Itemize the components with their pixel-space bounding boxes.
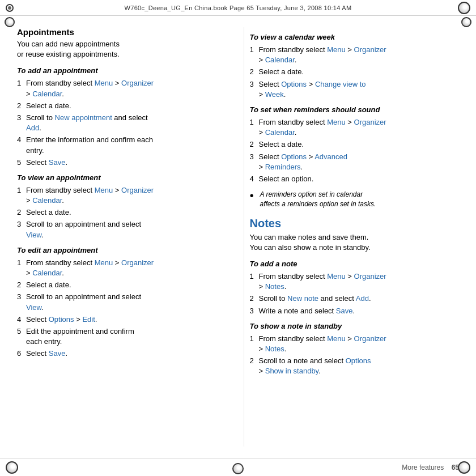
subheading-reminders: To set when reminders should sound — [250, 105, 460, 114]
step-item: 3Select Options > Change view to> Week. — [250, 79, 460, 100]
notes-desc: You can make notes and save them.You can… — [250, 232, 460, 253]
subheading-view-appointment: To view an appointment — [17, 173, 227, 182]
main-content: Appointments You can add new appointment… — [0, 16, 476, 458]
footer-corner-left — [6, 461, 18, 474]
notes-title: Notes — [250, 217, 460, 230]
step-item: 2Scroll to New note and select Add. — [250, 294, 460, 304]
reminder-note: • A reminders option set in calendaraffe… — [250, 190, 460, 209]
left-column: Appointments You can add new appointment… — [17, 27, 232, 447]
steps-add-appointment: 1From standby select Menu > Organizer> C… — [17, 78, 227, 168]
step-item: 5Edit the appointment and confirmeach en… — [17, 326, 227, 347]
link-new-appointment: New appointment — [55, 113, 112, 122]
link-organizer: Organizer — [121, 79, 154, 87]
link-menu: Menu — [95, 79, 113, 87]
step-item: 4Enter the information and confirm eache… — [17, 135, 227, 155]
steps-view-calendar-week: 1From standby select Menu > Organizer> C… — [250, 45, 460, 100]
steps-edit-appointment: 1From standby select Menu > Organizer> C… — [17, 258, 227, 359]
appointments-desc: You can add new appointmentsor reuse exi… — [17, 39, 227, 60]
bullet-icon: • — [250, 190, 260, 201]
step-item: 1From standby select Menu > Organizer> N… — [250, 334, 460, 354]
step-item: 6Select Save. — [17, 348, 227, 359]
step-item: 3Scroll to an appointment and selectView… — [17, 219, 227, 240]
header-bar: W760c_Deena_UG_En China.book Page 65 Tue… — [0, 0, 476, 16]
step-item: 2Scroll to a note and select Options> Sh… — [250, 356, 460, 376]
step-item: 1From standby select Menu > Organizer> C… — [250, 117, 460, 138]
step-item: 3Select Options > Advanced> Reminders. — [250, 152, 460, 172]
step-item: 1From standby select Menu > Organizer> N… — [250, 271, 460, 292]
footer-corner-right — [458, 461, 470, 474]
step-item: 1From standby select Menu > Organizer> C… — [17, 78, 227, 99]
step-item: 3Scroll to an appointment and selectView… — [17, 292, 227, 312]
subheading-view-calendar-week: To view a calendar week — [250, 33, 460, 41]
appointments-title: Appointments — [17, 27, 227, 37]
link-save: Save — [49, 158, 66, 167]
footer-corner-center — [232, 463, 244, 474]
subheading-show-note-standby: To show a note in standby — [250, 322, 460, 330]
step-item: 4Select Options > Edit. — [17, 314, 227, 325]
steps-show-note-standby: 1From standby select Menu > Organizer> N… — [250, 334, 460, 377]
subheading-add-appointment: To add an appointment — [17, 66, 227, 75]
reminder-note-text: A reminders option set in calendaraffect… — [260, 190, 376, 209]
step-item: 5Select Save. — [17, 158, 227, 168]
step-item: 3Write a note and select Save. — [250, 306, 460, 316]
steps-reminders: 1From standby select Menu > Organizer> C… — [250, 117, 460, 184]
step-item: 3Scroll to New appointment and selectAdd… — [17, 113, 227, 133]
link-calendar: Calendar — [32, 90, 62, 98]
footer: More features 65 — [0, 458, 476, 476]
footer-label: More features 65 — [402, 464, 459, 471]
step-item: 2Select a date. — [250, 67, 460, 77]
corner-decoration-top-right — [461, 17, 471, 27]
steps-view-appointment: 1From standby select Menu > Organizer> C… — [17, 185, 227, 240]
step-item: 4Select an option. — [250, 174, 460, 184]
subheading-edit-appointment: To edit an appointment — [17, 246, 227, 254]
step-item: 2Select a date. — [250, 139, 460, 150]
step-item: 1From standby select Menu > Organizer> C… — [17, 258, 227, 278]
header-title: W760c_Deena_UG_En China.book Page 65 Tue… — [6, 5, 470, 11]
right-column: To view a calendar week 1From standby se… — [244, 27, 460, 447]
subheading-add-note: To add a note — [250, 260, 460, 268]
corner-decoration-top-left — [5, 17, 15, 27]
step-item: 2Select a date. — [17, 101, 227, 111]
step-item: 2Select a date. — [17, 207, 227, 218]
steps-add-note: 1From standby select Menu > Organizer> N… — [250, 271, 460, 316]
link-add: Add — [26, 124, 39, 132]
step-item: 1From standby select Menu > Organizer> C… — [17, 185, 227, 206]
header-corner-icon-right — [458, 2, 470, 14]
step-item: 1From standby select Menu > Organizer> C… — [250, 45, 460, 65]
header-corner-icon-left — [6, 4, 14, 12]
step-item: 2Select a date. — [17, 280, 227, 290]
